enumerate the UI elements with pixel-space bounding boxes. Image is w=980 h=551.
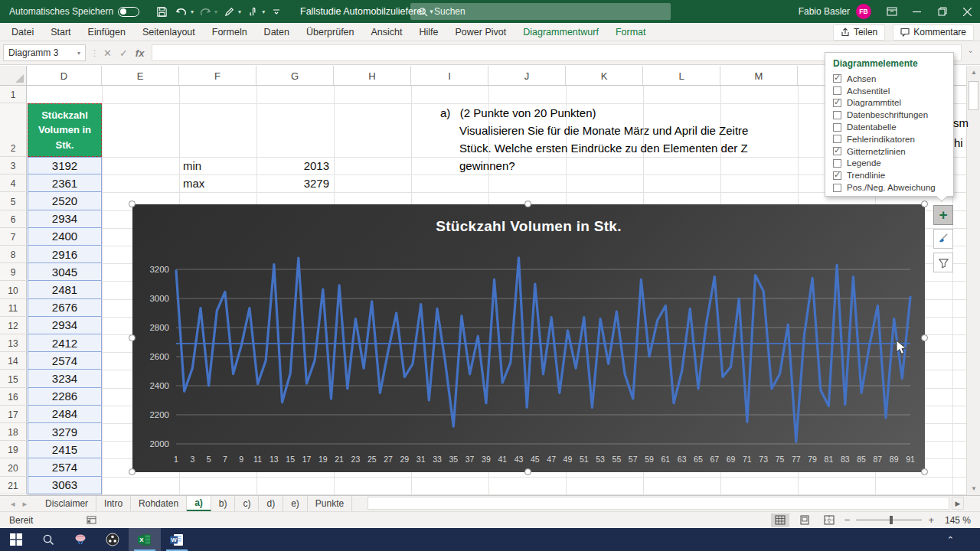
sheet-tab-Disclaimer[interactable]: Disclaimer	[38, 496, 96, 511]
sheet-tab-e[interactable]: e)	[283, 496, 308, 511]
checkbox-checked-icon[interactable]	[833, 171, 841, 180]
sheet-tab-b[interactable]: b)	[211, 496, 236, 511]
sheet-tab-Rohdaten[interactable]: Rohdaten	[131, 496, 187, 511]
row-header[interactable]: 6	[0, 210, 27, 228]
row-header[interactable]: 10	[0, 281, 27, 298]
stat-value[interactable]: 2013	[256, 157, 334, 174]
taskbar-search-icon[interactable]	[32, 528, 64, 551]
insert-function-icon[interactable]: fx	[136, 47, 145, 59]
row-header[interactable]: 14	[0, 352, 27, 370]
normal-view-button[interactable]	[771, 514, 789, 527]
ribbon-tab-daten[interactable]: Daten	[256, 23, 298, 41]
ribbon-tab-hilfe[interactable]: Hilfe	[411, 23, 447, 41]
sheet-nav-right-icon[interactable]: ▸	[23, 499, 28, 509]
zoom-in-button[interactable]: +	[928, 514, 934, 526]
sheet-tab-Punkte[interactable]: Punkte	[308, 496, 352, 511]
selection-handle[interactable]	[129, 334, 136, 341]
cell-d-value[interactable]: 3192	[28, 157, 102, 174]
cell-d-value[interactable]: 2361	[28, 174, 102, 192]
stat-label[interactable]: max	[179, 174, 256, 192]
undo-icon[interactable]	[173, 3, 190, 20]
chart-styles-button[interactable]	[933, 229, 953, 249]
checkbox-unchecked-icon[interactable]	[833, 111, 841, 119]
cell-d-value[interactable]: 2412	[28, 334, 102, 352]
cell-d-value[interactable]: 2484	[28, 406, 102, 423]
cell-d-value[interactable]: 3063	[28, 477, 102, 494]
qat-customize-icon[interactable]	[268, 3, 285, 20]
share-button[interactable]: Teilen	[833, 24, 885, 41]
name-box[interactable]: Diagramm 3▾	[3, 44, 86, 61]
checkbox-unchecked-icon[interactable]	[833, 159, 841, 168]
chart-filter-button[interactable]	[933, 253, 953, 272]
cell-d-value[interactable]: 3234	[28, 370, 102, 387]
cell-d-value[interactable]: 2400	[28, 228, 102, 246]
selection-handle[interactable]	[921, 334, 928, 341]
row-header[interactable]: 19	[0, 441, 27, 458]
row-header[interactable]: 16	[0, 388, 27, 406]
panel-item-datentabelle[interactable]: Datentabelle	[833, 121, 953, 133]
avatar[interactable]: FB	[856, 4, 871, 19]
cell-d-value[interactable]: 2286	[28, 388, 102, 406]
row-header[interactable]: 4	[0, 174, 27, 192]
scroll-right-icon[interactable]: ▶	[952, 497, 964, 510]
row-header[interactable]: 17	[0, 406, 27, 423]
ribbon-tab-ansicht[interactable]: Ansicht	[363, 23, 411, 41]
selection-handle[interactable]	[524, 201, 531, 207]
obs-icon[interactable]	[96, 528, 129, 551]
select-all-corner[interactable]	[0, 66, 27, 86]
cell-d-value[interactable]: 2520	[28, 192, 102, 210]
vertical-scrollbar[interactable]: ▲ ▼	[966, 66, 980, 495]
excel-taskbar-icon[interactable]: X	[129, 528, 161, 551]
cell-d-value[interactable]: 3045	[28, 263, 102, 281]
selection-handle[interactable]	[921, 468, 928, 475]
row-header[interactable]: 15	[0, 370, 27, 387]
sheet-tab-a[interactable]: a)	[187, 496, 211, 511]
touch-mode-icon[interactable]	[244, 3, 261, 20]
ribbon-tab-format[interactable]: Format	[607, 23, 655, 41]
search-input[interactable]: Suchen	[410, 3, 671, 20]
panel-item-diagrammtitel[interactable]: Diagrammtitel	[833, 97, 953, 109]
start-button[interactable]	[0, 528, 32, 551]
ribbon-display-options-icon[interactable]	[879, 0, 904, 23]
row-header[interactable]: 2	[0, 103, 27, 157]
row-header[interactable]: 13	[0, 334, 27, 352]
row-header[interactable]: 11	[0, 299, 27, 317]
cell-d-value[interactable]: 2415	[28, 441, 102, 458]
panel-item-achsentitel[interactable]: Achsentitel	[833, 85, 953, 97]
stat-label[interactable]: min	[179, 157, 256, 174]
page-break-view-button[interactable]	[820, 514, 838, 527]
panel-item-achsen[interactable]: Achsen	[833, 73, 953, 85]
sheet-tab-d[interactable]: d)	[259, 496, 283, 511]
touch-dropdown-icon[interactable]: ▾	[262, 8, 265, 15]
panel-item-datenbeschriftungen[interactable]: Datenbeschriftungen	[833, 109, 953, 121]
panel-item-gitternetzlinien[interactable]: Gitternetzlinien	[833, 145, 953, 158]
selection-handle[interactable]	[524, 468, 531, 475]
checkbox-checked-icon[interactable]	[833, 99, 841, 107]
sheet-nav-left-icon[interactable]: ◂	[11, 499, 15, 509]
cell-d2-series-title[interactable]: Stückzahl Volumen in Stk.	[28, 103, 102, 157]
horizontal-scrollbar[interactable]	[368, 497, 949, 510]
panel-item-trendlinie[interactable]: Trendlinie	[833, 169, 953, 181]
enter-entry-icon[interactable]: ✓	[119, 47, 128, 59]
row-header[interactable]: 1	[0, 86, 27, 103]
save-icon[interactable]	[153, 3, 170, 20]
cell-d-value[interactable]: 2934	[28, 210, 102, 228]
tray-expand-icon[interactable]: ⌃	[947, 528, 954, 551]
word-taskbar-icon[interactable]: W	[161, 528, 193, 551]
cancel-entry-icon[interactable]: ✕	[103, 47, 112, 59]
vscroll-thumb[interactable]	[969, 81, 978, 110]
cell-d-value[interactable]: 2676	[28, 299, 102, 317]
row-header[interactable]: 3	[0, 157, 27, 174]
collapse-ribbon-icon[interactable]: ⌄	[968, 46, 974, 54]
user-name[interactable]: Fabio Basler	[799, 6, 850, 17]
panel-item-pos-neg-abweichung[interactable]: Pos./Neg. Abweichung	[833, 181, 953, 194]
ribbon-tab-einfügen[interactable]: Einfügen	[80, 23, 134, 41]
zoom-slider[interactable]	[856, 520, 922, 520]
row-header[interactable]: 20	[0, 458, 27, 476]
row-header[interactable]: 21	[0, 477, 27, 494]
pen-dropdown-icon[interactable]: ▾	[238, 8, 241, 15]
cell-d-value[interactable]: 3279	[28, 423, 102, 441]
row-header[interactable]: 18	[0, 423, 27, 441]
stat-value[interactable]: 3279	[256, 174, 334, 192]
checkbox-unchecked-icon[interactable]	[833, 86, 841, 95]
